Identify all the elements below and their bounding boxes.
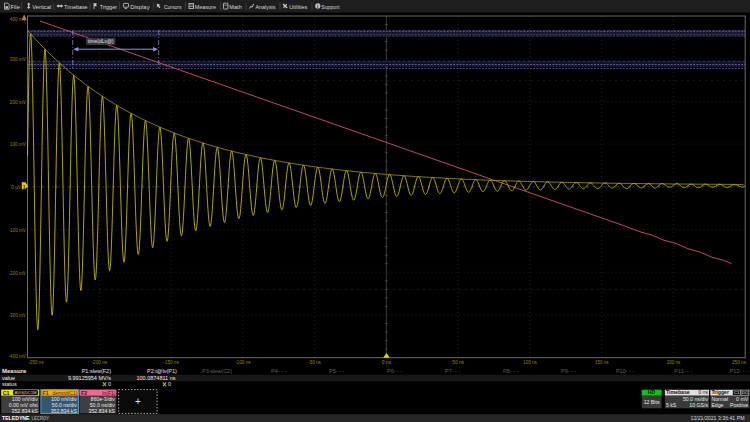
svg-text:P9- - -: P9- - -	[561, 368, 576, 374]
svg-text:-400 mV: -400 mV	[9, 353, 27, 359]
svg-text:LECROY: LECROY	[32, 414, 50, 421]
svg-text:0: 0	[108, 381, 111, 387]
svg-text:File: File	[11, 3, 21, 10]
svg-text:F2: F2	[81, 390, 87, 396]
svg-text:F1: F1	[43, 390, 49, 396]
svg-text:Measure: Measure	[195, 3, 217, 10]
svg-text:HD: HD	[648, 389, 656, 395]
svg-text:P11- - -: P11- - -	[674, 368, 692, 374]
svg-text:C1: C1	[3, 390, 10, 396]
svg-text:TELEDYNE: TELEDYNE	[2, 414, 30, 421]
svg-text:Math: Math	[229, 3, 242, 10]
svg-text:9.99125954 MV/s: 9.99125954 MV/s	[68, 375, 111, 381]
svg-text:Display: Display	[130, 3, 150, 10]
svg-text:12/21/2021 3:36:41 PM: 12/21/2021 3:36:41 PM	[691, 415, 745, 421]
svg-text:0 µV: 0 µV	[11, 184, 21, 190]
svg-text:P1:slew(F2): P1:slew(F2)	[82, 368, 112, 374]
svg-text:-50 ns: -50 ns	[308, 359, 321, 365]
svg-text:-100 mV: -100 mV	[9, 227, 27, 233]
svg-text:Support: Support	[321, 3, 339, 10]
svg-text:P8- - -: P8- - -	[503, 368, 518, 374]
svg-text:50.0 ns/div: 50.0 ns/div	[683, 396, 708, 402]
svg-text:100.0874811 ns: 100.0874811 ns	[136, 375, 175, 381]
svg-text:Cursors: Cursors	[164, 3, 182, 10]
svg-text:Vertical: Vertical	[32, 3, 51, 10]
svg-text:Timebase: Timebase	[666, 389, 690, 395]
svg-text:Trigger: Trigger	[100, 3, 118, 10]
svg-text:-200 ns: -200 ns	[92, 359, 108, 365]
svg-text:12 Bits: 12 Bits	[644, 399, 660, 405]
svg-text:-300 mV: -300 mV	[9, 312, 27, 318]
svg-text:-150 ns: -150 ns	[163, 359, 179, 365]
svg-text:+: +	[135, 396, 141, 407]
svg-text:0 ns: 0 ns	[382, 359, 392, 365]
svg-text:Analysis: Analysis	[256, 3, 276, 10]
svg-text:P4- - -: P4- - -	[271, 368, 286, 374]
svg-text:C1: C1	[734, 390, 740, 395]
svg-text:1: 1	[23, 184, 26, 190]
svg-text:100 ns: 100 ns	[523, 359, 537, 365]
svg-text:400 mV: 400 mV	[10, 16, 26, 22]
svg-text:Measure: Measure	[2, 368, 27, 374]
svg-text:Trigger: Trigger	[711, 389, 729, 395]
svg-text:-250 ns: -250 ns	[28, 359, 44, 365]
svg-text:ln(F1): ln(F1)	[102, 390, 115, 396]
svg-text:100 mV: 100 mV	[10, 141, 26, 147]
svg-text:-200 mV: -200 mV	[9, 270, 27, 276]
svg-text:Timebase: Timebase	[64, 3, 88, 10]
svg-text:DC: DC	[742, 390, 748, 395]
svg-text:value: value	[2, 375, 15, 381]
svg-text:P5- - -: P5- - -	[329, 368, 344, 374]
svg-text:status: status	[2, 381, 17, 387]
svg-text:P12- - -: P12- - -	[730, 368, 749, 374]
svg-text:demod(C1): demod(C1)	[52, 390, 77, 396]
svg-text:P3:slew(C2): P3:slew(C2)	[202, 368, 232, 374]
svg-text:0 mV: 0 mV	[736, 396, 749, 402]
svg-text:Normal: Normal	[711, 396, 728, 402]
svg-text:300 mV: 300 mV	[10, 56, 26, 62]
svg-text:200 mV: 200 mV	[10, 99, 26, 105]
svg-text:P6- - -: P6- - -	[387, 368, 402, 374]
svg-text:time(dLv@): time(dLv@)	[88, 38, 114, 44]
svg-text:Edge: Edge	[711, 402, 723, 408]
svg-text:0: 0	[168, 381, 171, 387]
svg-text:50 ns: 50 ns	[452, 359, 464, 365]
svg-text:5 kS: 5 kS	[666, 402, 677, 408]
svg-text:P7- - -: P7- - -	[445, 368, 460, 374]
svg-text:P2:t@lv(P1): P2:t@lv(P1)	[147, 368, 177, 374]
svg-text:10 GS/s: 10 GS/s	[689, 402, 708, 408]
svg-text:-100 ns: -100 ns	[235, 359, 251, 365]
svg-text:150 ns: 150 ns	[595, 359, 609, 365]
svg-text:Positive: Positive	[730, 402, 748, 408]
svg-text:AVG|DC1M: AVG|DC1M	[15, 390, 37, 395]
svg-text:Utilities: Utilities	[289, 3, 307, 10]
svg-text:352.834 kS: 352.834 kS	[51, 408, 78, 414]
svg-text:352.834 kS: 352.834 kS	[89, 408, 116, 414]
svg-text:200 ns: 200 ns	[667, 359, 681, 365]
svg-text:352.834 kS: 352.834 kS	[12, 408, 39, 414]
svg-text:0 ns: 0 ns	[698, 389, 708, 395]
svg-text:250 ns: 250 ns	[732, 359, 746, 365]
svg-text:P10- - -: P10- - -	[616, 368, 635, 374]
